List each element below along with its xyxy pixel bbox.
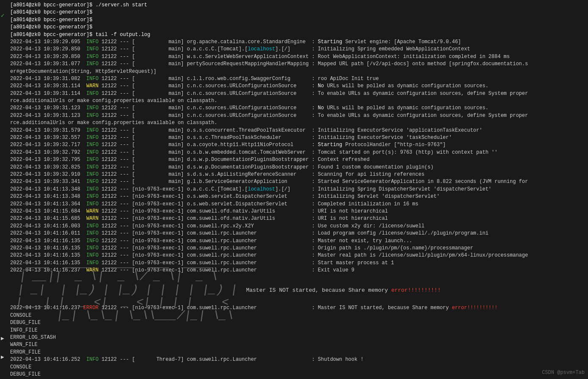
left-arrow-bottom: ▶ bbox=[1, 354, 4, 360]
error-banner-message: Master IS NOT started, because Share mem… bbox=[246, 287, 441, 293]
bottom-line-5: WARN_FILE bbox=[10, 341, 585, 349]
line-18: 2022-04-13 10:39:31.579 INFO 12122 --- [… bbox=[10, 127, 585, 134]
line-33: 2022-04-13 10:41:16.135 INFO 12122 --- [… bbox=[10, 238, 585, 245]
line-2: [a8014@zk0 bpcc-generator]$ bbox=[10, 9, 585, 16]
line-1: [a8014@zk0 bpcc-generator]$ ./server.sh … bbox=[10, 2, 585, 9]
line-15: 2022-04-13 10:39:31.123 INFO 12122 --- [… bbox=[10, 105, 585, 112]
bottom-line-4: ERROR_LOG_STASH bbox=[10, 334, 585, 341]
line-27: 2022-04-13 10:41:13.348 INFO 12122 --- [… bbox=[10, 193, 585, 200]
line-26: 2022-04-13 10:41:13.348 INFO 12122 --- [… bbox=[10, 186, 585, 193]
line-3: [a8014@zk0 bpcc-generator]$ bbox=[10, 17, 585, 24]
line-16: 2022-04-13 10:39:31.123 INFO 12122 --- [… bbox=[10, 112, 585, 119]
bottom-line-6: ERROR_FILE bbox=[10, 349, 585, 356]
line-28: 2022-04-13 10:41:13.364 INFO 12122 --- [… bbox=[10, 201, 585, 208]
shutdown-hook-line: 2022-04-13 10:41:16.252 INFO 12122 --- [… bbox=[10, 356, 585, 363]
line-30: 2022-04-13 10:41:15.685 WARN 12122 --- [… bbox=[10, 215, 585, 222]
line-32: 2022-04-13 10:41:16.011 INFO 12122 --- [… bbox=[10, 230, 585, 237]
line-20: 2022-04-13 10:39:32.717 INFO 12122 --- [… bbox=[10, 141, 585, 149]
line-6: 2022-04-13 10:39:29.695 INFO 12122 --- [… bbox=[10, 39, 585, 46]
line-11: 2022-04-13 10:39:31.082 INFO 12122 --- [… bbox=[10, 75, 585, 83]
line-23: 2022-04-13 10:39:32.825 INFO 12122 --- [… bbox=[10, 164, 585, 171]
line-31: 2022-04-13 10:41:16.003 INFO 12122 --- [… bbox=[10, 223, 585, 230]
left-arrow-top: ▶ bbox=[1, 335, 4, 342]
csdn-watermark: CSDN @psvm+Tab bbox=[542, 370, 585, 376]
bottom-line-3: INFO_FILE bbox=[10, 327, 585, 334]
bottom-line-8: DEBUG_FILE bbox=[10, 371, 585, 378]
error-banner: ___ ____ ____ ___ ____ | __|| _ \| _ \/ … bbox=[10, 277, 585, 303]
log-output: [a8014@zk0 bpcc-generator]$ ./server.sh … bbox=[3, 2, 585, 379]
line-34: 2022-04-13 10:41:16.135 INFO 12122 --- [… bbox=[10, 245, 585, 252]
line-24: 2022-04-13 10:39:32.910 INFO 12122 --- [… bbox=[10, 171, 585, 178]
line-9: 2022-04-13 10:39:31.077 INFO 12122 --- [… bbox=[10, 61, 585, 68]
line-4: [a8014@zk0 bpcc-generator]$ bbox=[10, 24, 585, 31]
terminal: ✓ [a8014@zk0 bpcc-generator]$ ./server.s… bbox=[0, 0, 588, 379]
line-21: 2022-04-13 10:39:32.792 INFO 12122 --- [… bbox=[10, 149, 585, 156]
line-14: rce.additionalUrls or make config.proper… bbox=[10, 97, 585, 105]
line-19: 2022-04-13 10:39:32.557 INFO 12122 --- [… bbox=[10, 134, 585, 141]
error-art: ___ ____ ____ ___ ____ | __|| _ \| _ \/ … bbox=[10, 257, 238, 323]
line-7: 2022-04-13 10:39:29.850 INFO 12122 --- [… bbox=[10, 46, 585, 53]
line-25: 2022-04-13 10:39:33.341 INFO 12122 --- [… bbox=[10, 178, 585, 185]
bottom-line-7: CONSOLE bbox=[10, 364, 585, 371]
line-17: rce.additionalUrls or make config.proper… bbox=[10, 119, 585, 127]
line-13: 2022-04-13 10:39:31.114 INFO 12122 --- [… bbox=[10, 90, 585, 97]
line-8: 2022-04-13 10:39:29.850 INFO 12122 --- [… bbox=[10, 53, 585, 61]
line-29: 2022-04-13 10:41:15.684 WARN 12122 --- [… bbox=[10, 208, 585, 215]
line-12: 2022-04-13 10:39:31.114 WARN 12122 --- [… bbox=[10, 83, 585, 90]
check-icon: ✓ bbox=[1, 12, 4, 19]
line-10: er#getDocumentation(String, HttpServletR… bbox=[10, 68, 585, 75]
line-5: [a8014@zk0 bpcc-generator]$ tail -f outp… bbox=[10, 31, 585, 39]
line-22: 2022-04-13 10:39:32.795 INFO 12122 --- [… bbox=[10, 156, 585, 163]
